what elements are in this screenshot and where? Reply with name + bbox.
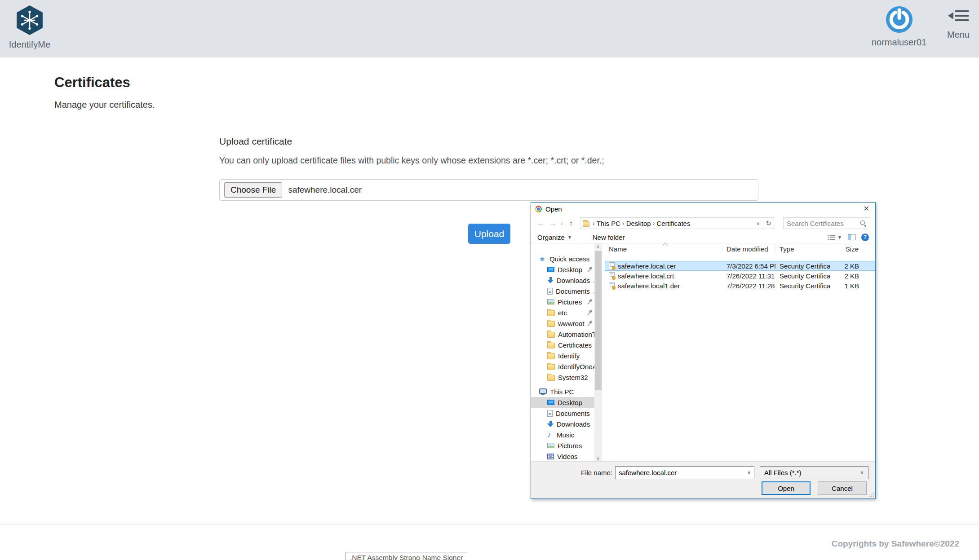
sidebar-item-quick-access[interactable]: ★Quick access [531, 253, 594, 264]
sidebar-item-wwwroot[interactable]: wwwroot [531, 318, 594, 329]
sidebar-item-certificates[interactable]: Certificates [531, 340, 594, 350]
new-folder-button[interactable]: New folder [593, 234, 625, 241]
search-input[interactable] [787, 220, 860, 227]
file-row-safewhere-local-cer[interactable]: safewhere.local.cer7/3/2022 6:54 PMSecur… [605, 261, 875, 271]
file-list: Name Date modified Type Size safewhere.l… [605, 243, 875, 462]
scrollbar-thumb[interactable] [595, 251, 602, 390]
history-dropdown-icon[interactable]: ∨ [558, 221, 565, 226]
forward-icon[interactable]: → [547, 220, 558, 227]
videos-icon [547, 454, 554, 459]
organize-button[interactable]: Organize ▼ [537, 234, 572, 241]
file-type: Security Certificate [775, 262, 830, 270]
sidebar-item-system32[interactable]: System32 [531, 372, 594, 383]
sidebar-item-this-pc[interactable]: This PC [531, 386, 594, 397]
sidebar-item-desktop[interactable]: Desktop [531, 264, 594, 275]
sidebar-item-label: This PC [550, 388, 574, 396]
address-bar: ›This PC›Desktop›Certificates ∨ ↻ [580, 217, 774, 229]
certificate-file-input[interactable]: Choose File safewhere.local.cer [219, 179, 758, 201]
resize-grip[interactable] [873, 496, 874, 497]
sidebar-item-desktop[interactable]: Desktop [531, 397, 594, 408]
copyright-text: Copyrights by Safewhere©2022 [832, 539, 959, 549]
sidebar-item-label: wwwroot [558, 320, 584, 327]
folder-icon [547, 343, 555, 348]
file-name-value: safewhere.local.cer [619, 469, 747, 476]
file-row-safewhere-local-crt[interactable]: safewhere.local.crt7/26/2022 11:31 AMSec… [605, 271, 875, 281]
app-header: IdentifyMe normaluser01 Menu [0, 0, 979, 57]
address-dropdown-icon[interactable]: ∨ [757, 221, 761, 226]
sidebar-item-identifyoneadm[interactable]: IdentifyOneAdm [531, 361, 594, 372]
scroll-up-icon[interactable]: ˄ [594, 244, 602, 249]
dialog-titlebar[interactable]: Open ✕ [531, 203, 875, 215]
sidebar-item-downloads[interactable]: Downloads [531, 419, 594, 429]
folder-icon [547, 364, 555, 370]
downloads-icon [547, 421, 554, 428]
sidebar-item-label: Downloads [557, 420, 590, 428]
file-name-combo[interactable]: safewhere.local.cer ∨ [615, 466, 754, 479]
sidebar-item-label: Desktop [558, 266, 582, 273]
view-dropdown-icon: ▼ [837, 235, 842, 240]
file-date-modified: 7/26/2022 11:28 AM [722, 282, 775, 290]
sidebar-item-pictures[interactable]: Pictures [531, 440, 594, 451]
breadcrumb-segment-certificates[interactable]: Certificates [656, 220, 690, 227]
sidebar-item-label: Quick access [549, 255, 589, 263]
menu-icon [948, 9, 969, 27]
documents-icon [547, 410, 553, 417]
column-header-type[interactable]: Type [775, 245, 830, 253]
sidebar-item-downloads[interactable]: Downloads [531, 275, 594, 286]
open-button[interactable]: Open [762, 481, 811, 495]
sidebar-item-label: Pictures [558, 442, 582, 450]
dialog-toolbar: Organize ▼ New folder ▼ ? [531, 231, 875, 243]
thispc-icon [539, 388, 547, 394]
sidebar-item-automationt[interactable]: AutomationT [531, 329, 594, 340]
breadcrumb-separator-icon: › [651, 220, 657, 227]
file-type-combo[interactable]: All Files (*.*) ∨ [760, 466, 868, 479]
breadcrumb-segment-desktop[interactable]: Desktop [626, 220, 651, 227]
open-dialog: Open ✕ ← → ∨ ↑ ›This PC›Desktop›Certific… [531, 202, 876, 499]
close-icon[interactable]: ✕ [864, 204, 869, 213]
sidebar-item-label: Downloads [557, 277, 590, 284]
pictures-icon [547, 443, 554, 448]
choose-file-button[interactable]: Choose File [224, 182, 282, 198]
pin-icon [587, 321, 593, 326]
menu-button[interactable]: Menu [939, 6, 978, 40]
sidebar-item-documents[interactable]: Documents [531, 408, 594, 419]
sidebar-item-label: Certificates [558, 341, 592, 349]
cancel-button[interactable]: Cancel [818, 481, 867, 495]
preview-pane-icon[interactable] [848, 234, 855, 240]
sidebar-item-label: Identify [558, 352, 580, 360]
help-icon[interactable]: ? [861, 234, 869, 241]
file-row-safewhere-local1-der[interactable]: safewhere.local1.der7/26/2022 11:28 AMSe… [605, 281, 875, 291]
sidebar-item-documents[interactable]: Documents [531, 286, 594, 296]
folder-icon [547, 375, 555, 381]
refresh-button[interactable]: ↻ [763, 217, 774, 229]
chevron-down-icon[interactable]: ∨ [860, 470, 864, 476]
sidebar-item-pictures[interactable]: Pictures [531, 296, 594, 307]
folder-icon [583, 221, 589, 227]
user-menu[interactable]: normaluser01 [870, 6, 928, 48]
organize-dropdown-icon: ▼ [567, 235, 572, 240]
chosen-file-name: safewhere.local.cer [288, 185, 362, 195]
view-mode-button[interactable]: ▼ [828, 234, 842, 240]
sidebar-item-videos[interactable]: Videos [531, 451, 594, 462]
column-header-date-modified[interactable]: Date modified [722, 245, 775, 253]
sidebar-item-label: Desktop [558, 399, 582, 406]
column-header-size[interactable]: Size [830, 245, 863, 253]
search-box[interactable] [783, 217, 870, 229]
desktop-icon [547, 267, 554, 272]
upload-button[interactable]: Upload [468, 224, 510, 244]
scroll-down-icon[interactable]: ˅ [594, 456, 602, 461]
chevron-down-icon[interactable]: ∨ [747, 470, 751, 476]
sidebar-item-music[interactable]: ♪Music [531, 429, 594, 440]
chrome-icon [535, 206, 542, 212]
up-icon[interactable]: ↑ [565, 220, 577, 227]
refresh-icon: ↻ [766, 220, 771, 227]
sidebar-scrollbar[interactable]: ˄ ˅ [594, 243, 602, 462]
sidebar-item-identify[interactable]: Identify [531, 350, 594, 361]
sidebar-item-label: etc [558, 309, 567, 317]
sidebar-item-etc[interactable]: etc [531, 307, 594, 318]
breadcrumb-segment-this-pc[interactable]: This PC [597, 220, 620, 227]
breadcrumb[interactable]: ›This PC›Desktop›Certificates ∨ [580, 217, 763, 229]
back-icon[interactable]: ← [535, 220, 547, 227]
dialog-content: ★Quick accessDesktopDownloadsDocumentsPi… [531, 243, 875, 462]
screen: IdentifyMe normaluser01 Menu Certificate… [0, 0, 979, 560]
